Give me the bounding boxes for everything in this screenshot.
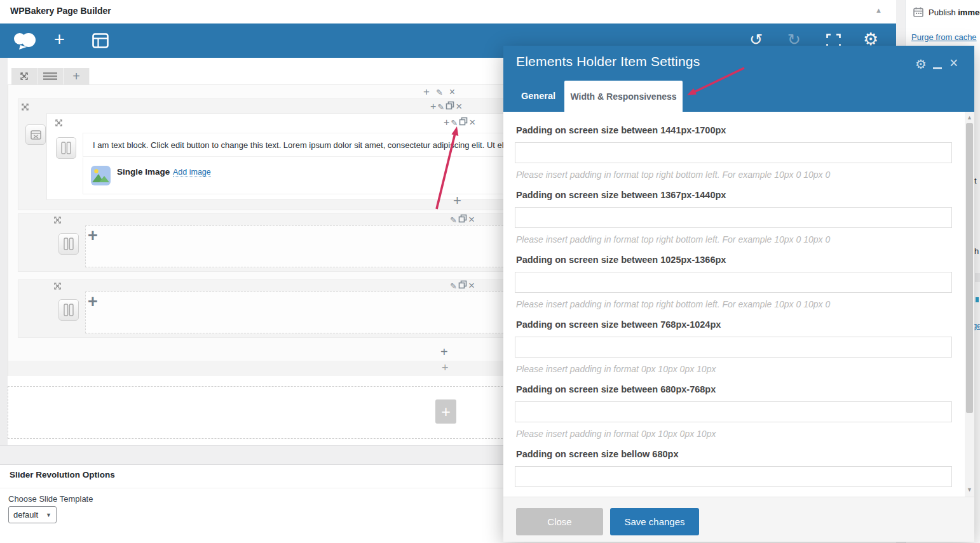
row-2-drag-handle[interactable] xyxy=(53,215,62,227)
wpbakery-metabox-title: WPBakery Page Builder xyxy=(10,6,111,16)
choose-slide-template-label: Choose Slide Template xyxy=(8,494,93,504)
page-delete-icon[interactable]: × xyxy=(449,86,455,98)
modal-title: Elements Holder Item Settings xyxy=(516,54,700,69)
column-delete-icon[interactable]: × xyxy=(469,116,475,129)
sidebar-divider-fragment xyxy=(975,273,980,282)
scroll-down-icon[interactable]: ▼ xyxy=(967,486,972,493)
append-row-icon[interactable]: + xyxy=(440,345,448,359)
row-3-clone-icon[interactable] xyxy=(458,280,467,292)
tab-general[interactable]: General xyxy=(517,80,559,112)
add-image-link[interactable]: Add image xyxy=(173,168,211,177)
row-delete-icon[interactable]: × xyxy=(456,100,462,113)
modal-minimize-icon[interactable] xyxy=(933,67,942,69)
modal-gear-icon[interactable]: ⚙ xyxy=(915,57,927,72)
row-layout-button[interactable] xyxy=(25,124,46,145)
templates-icon[interactable] xyxy=(92,33,109,51)
padding-input-680-768[interactable] xyxy=(515,401,952,422)
field-4-label: Padding on screen size between 768px-102… xyxy=(516,319,721,330)
padding-input-below-680[interactable] xyxy=(515,466,952,487)
scrollbar-thumb[interactable] xyxy=(966,123,973,413)
wpbakery-logo-icon[interactable] xyxy=(11,31,38,53)
tab-width-responsiveness[interactable]: Width & Responsiveness xyxy=(564,81,683,112)
row-add-icon[interactable]: + xyxy=(430,101,436,112)
row-1-controls: + ✎ × xyxy=(430,100,462,113)
page-controls: + ✎ × xyxy=(423,86,455,98)
select-arrow-icon: ▼ xyxy=(46,512,51,518)
tab-move-view[interactable] xyxy=(11,68,37,84)
row-1-drag-handle[interactable] xyxy=(21,102,29,114)
field-2-label: Padding on screen size between 1367px-14… xyxy=(516,190,726,200)
slide-template-value: default xyxy=(13,510,38,520)
row-3-column-layout-button[interactable] xyxy=(58,299,79,321)
row-3-drag-handle[interactable] xyxy=(53,281,62,293)
tab-list-view[interactable] xyxy=(37,68,64,84)
big-plus-icon: + xyxy=(441,403,451,421)
field-4-help: Please insert padding in format 0px 10px… xyxy=(516,364,716,374)
row-2-clone-icon[interactable] xyxy=(458,214,467,225)
field-1-help: Please insert padding in format top righ… xyxy=(516,170,830,180)
publish-immediately: immediately xyxy=(958,8,980,17)
metabox-collapse-icon[interactable]: ▲ xyxy=(875,6,882,14)
add-element-icon[interactable]: + xyxy=(54,29,65,50)
padding-input-1025-1366[interactable] xyxy=(515,272,952,293)
padding-input-1441-1700[interactable] xyxy=(515,142,952,163)
single-image-label: Single Image xyxy=(117,167,170,177)
row-3-add-element-icon[interactable]: + xyxy=(88,292,98,312)
column-clone-icon[interactable] xyxy=(459,117,468,128)
scroll-up-icon[interactable]: ▲ xyxy=(967,114,972,121)
calendar-icon xyxy=(913,7,923,20)
row-3-edit-icon[interactable]: ✎ xyxy=(450,281,457,291)
page-append-icon[interactable]: + xyxy=(442,361,449,375)
slider-revolution-title: Slider Revolution Options xyxy=(10,470,115,479)
tab-add-element[interactable]: + xyxy=(64,68,90,84)
row-2-column-layout-button[interactable] xyxy=(58,233,79,255)
row-3-controls: ✎ × xyxy=(450,279,475,292)
row-edit-icon[interactable]: ✎ xyxy=(437,102,444,112)
field-5-help: Please insert padding in format 0px 10px… xyxy=(516,429,716,439)
field-1-label: Padding on screen size between 1441px-17… xyxy=(516,125,726,135)
row-2-controls: ✎ × xyxy=(450,213,475,226)
wordpress-edit-screen: WPBakery Page Builder ▲ + ↺ ↻ ⚙ xyxy=(0,0,980,543)
purge-from-cache-link[interactable]: Purge from cache xyxy=(911,32,977,42)
field-6-label: Padding on screen size bellow 680px xyxy=(516,449,678,459)
row-clone-icon[interactable] xyxy=(446,101,454,112)
save-changes-button[interactable]: Save changes xyxy=(610,508,699,535)
close-button[interactable]: Close xyxy=(516,508,603,535)
field-3-help: Please insert padding in format top righ… xyxy=(516,299,830,309)
canvas-gutter xyxy=(0,58,8,445)
page-add-icon[interactable]: + xyxy=(423,86,430,98)
canvas-view-tabs: + xyxy=(11,68,90,84)
wpbakery-metabox-header xyxy=(0,0,896,24)
row-2-add-element-icon[interactable]: + xyxy=(88,226,98,246)
publish-prefix: Publish xyxy=(929,8,958,17)
row-2-edit-icon[interactable]: ✎ xyxy=(450,215,457,225)
modal-close-icon[interactable]: × xyxy=(949,55,958,72)
row-2-delete-icon[interactable]: × xyxy=(468,213,475,226)
field-5-label: Padding on screen size between 680px-768… xyxy=(516,384,716,394)
add-template-button[interactable]: + xyxy=(435,399,456,424)
padding-input-768-1024[interactable] xyxy=(515,337,952,358)
column-layout-button[interactable] xyxy=(56,137,76,159)
column-1-append-icon[interactable]: + xyxy=(453,192,461,209)
column-edit-icon[interactable]: ✎ xyxy=(451,118,458,128)
column-1-controls: + ✎ × xyxy=(444,116,475,129)
field-2-help: Please insert padding in format top righ… xyxy=(516,234,830,245)
row-3-delete-icon[interactable]: × xyxy=(468,279,475,292)
column-add-icon[interactable]: + xyxy=(444,117,449,128)
sidebar-text-fragment: h xyxy=(974,246,979,256)
page-edit-icon[interactable]: ✎ xyxy=(436,88,443,97)
single-image-icon xyxy=(91,166,111,188)
field-3-label: Padding on screen size between 1025px-13… xyxy=(516,255,726,265)
sidebar-color-fragment xyxy=(976,297,979,302)
column-1-drag-handle[interactable] xyxy=(55,118,63,130)
publish-date-text: Publish immediately xyxy=(929,8,980,17)
slide-template-select[interactable]: default ▼ xyxy=(8,506,57,523)
padding-input-1367-1440[interactable] xyxy=(515,207,952,228)
